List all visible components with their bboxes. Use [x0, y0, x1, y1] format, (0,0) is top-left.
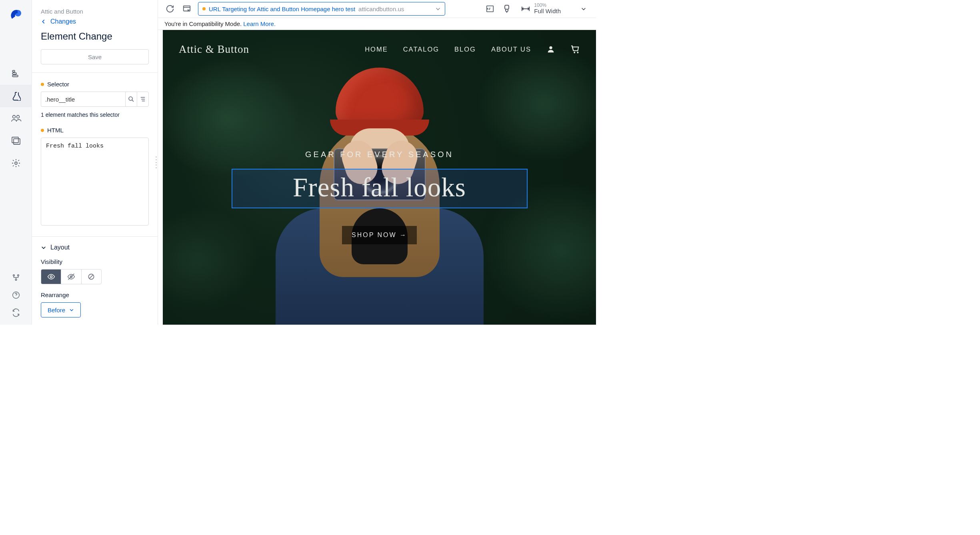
svg-point-9	[13, 275, 14, 276]
svg-point-17	[50, 276, 52, 278]
svg-rect-6	[12, 137, 18, 143]
svg-point-8	[15, 162, 17, 164]
html-label: HTML	[41, 127, 149, 134]
panel-title: Element Change	[41, 31, 149, 42]
sidebar-resize-handle[interactable]	[155, 156, 158, 168]
cart-icon[interactable]	[570, 45, 580, 54]
back-to-changes[interactable]: Changes	[41, 18, 149, 25]
viewport-label: Full Width	[534, 8, 561, 15]
svg-point-29	[549, 46, 552, 49]
interactive-mode-button[interactable]	[181, 3, 192, 14]
chevron-down-icon	[69, 307, 74, 312]
rearrange-label: Rearrange	[41, 291, 149, 298]
status-dot-icon	[202, 7, 206, 10]
nav-home[interactable]: HOME	[365, 46, 388, 53]
rail-history-icon[interactable]	[0, 270, 32, 285]
compat-learn-more-link[interactable]: Learn More.	[243, 20, 276, 27]
sidebar-panel: Attic and Button Changes Element Change …	[32, 0, 158, 325]
url-domain: atticandbutton.us	[358, 6, 404, 12]
breadcrumb: Attic and Button	[41, 8, 149, 15]
visibility-segment	[41, 269, 102, 284]
svg-point-5	[16, 116, 19, 118]
svg-line-21	[90, 275, 93, 278]
preview-toolbar: URL Targeting for Attic and Button Homep…	[158, 0, 596, 18]
devtools-button[interactable]	[501, 3, 512, 14]
nav-catalog[interactable]: CATALOG	[403, 46, 439, 53]
url-label: URL Targeting for Attic and Button Homep…	[209, 6, 355, 12]
rail-settings-icon[interactable]	[0, 152, 32, 174]
rail-audiences-icon[interactable]	[0, 107, 32, 130]
optimizely-logo[interactable]	[8, 7, 24, 22]
main-area: URL Targeting for Attic and Button Homep…	[158, 0, 596, 325]
rail-experiments-icon[interactable]	[0, 85, 32, 107]
rail-sync-icon[interactable]	[0, 305, 32, 320]
svg-rect-7	[14, 139, 20, 144]
svg-point-11	[15, 279, 17, 281]
viewport-selector[interactable]: 100% Full Width	[518, 3, 590, 15]
modified-dot-icon	[41, 129, 44, 132]
nav-about[interactable]: ABOUT US	[491, 46, 531, 53]
selector-label: Selector	[41, 81, 149, 88]
nav-blog[interactable]: BLOG	[454, 46, 476, 53]
svg-rect-2	[12, 73, 16, 74]
compat-text: You're in Compatibility Mode.	[164, 20, 242, 27]
selector-search-button[interactable]	[125, 92, 137, 107]
url-targeting-bar[interactable]: URL Targeting for Attic and Button Homep…	[198, 2, 445, 16]
visibility-visible-button[interactable]	[41, 269, 61, 284]
svg-rect-3	[12, 75, 18, 77]
svg-point-4	[12, 116, 15, 118]
rearrange-dropdown[interactable]: Before	[41, 302, 81, 317]
html-textarea[interactable]	[41, 138, 149, 226]
rail-help-icon[interactable]	[0, 288, 32, 302]
selector-input[interactable]	[41, 92, 125, 107]
layout-title: Layout	[50, 244, 70, 251]
layout-section-toggle[interactable]: Layout	[32, 236, 158, 258]
viewport-pct: 100%	[534, 3, 561, 8]
svg-point-13	[129, 97, 132, 100]
app-rail	[0, 0, 32, 325]
rail-pages-icon[interactable]	[0, 130, 32, 152]
svg-point-10	[17, 275, 19, 276]
code-editor-button[interactable]	[484, 3, 496, 14]
site-brand[interactable]: Attic & Button	[179, 43, 249, 56]
hero-title-selected[interactable]: Fresh fall looks	[232, 169, 528, 208]
visibility-removed-button[interactable]	[82, 269, 101, 284]
hero-title: Fresh fall looks	[232, 172, 527, 203]
rail-variations-icon[interactable]	[0, 62, 32, 85]
back-link-label: Changes	[50, 18, 76, 25]
selector-hint: 1 element matches this selector	[41, 112, 149, 118]
site-preview[interactable]: Attic & Button HOME CATALOG BLOG ABOUT U…	[163, 30, 596, 325]
chevron-down-icon	[581, 6, 586, 12]
selector-highlight-button[interactable]	[137, 92, 149, 107]
shop-now-button[interactable]: SHOP NOW →	[342, 226, 417, 244]
reload-button[interactable]	[164, 3, 176, 14]
account-icon[interactable]	[546, 45, 555, 54]
visibility-hidden-button[interactable]	[61, 269, 81, 284]
svg-rect-25	[505, 5, 509, 9]
compatibility-banner: You're in Compatibility Mode. Learn More…	[158, 18, 596, 30]
visibility-label: Visibility	[41, 258, 149, 265]
width-icon	[521, 6, 530, 12]
svg-rect-1	[12, 70, 15, 72]
modified-dot-icon	[41, 83, 44, 86]
save-button[interactable]: Save	[41, 49, 149, 64]
site-nav: Attic & Button HOME CATALOG BLOG ABOUT U…	[163, 30, 596, 68]
chevron-down-icon	[435, 6, 441, 12]
hero-eyebrow: GEAR FOR EVERY SEASON	[163, 150, 596, 159]
